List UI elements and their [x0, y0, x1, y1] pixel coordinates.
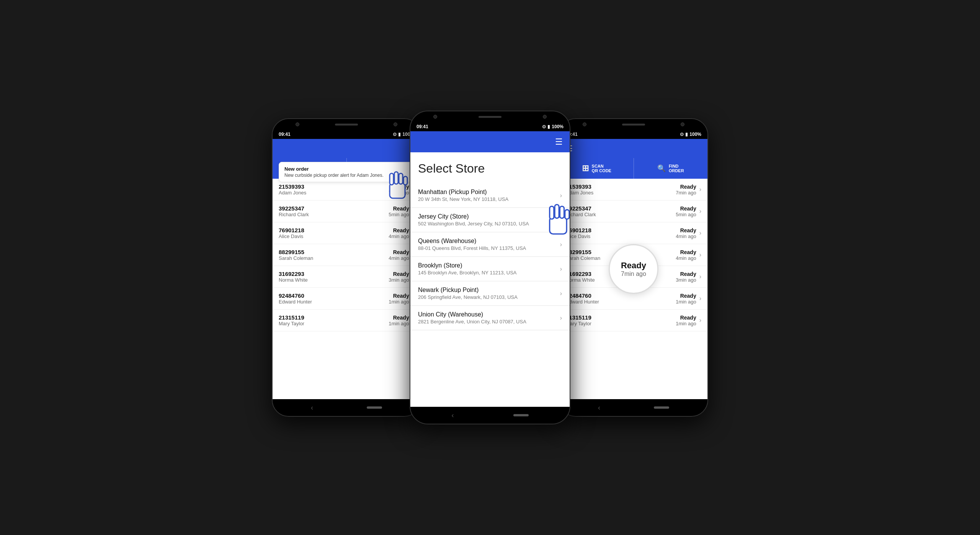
home-indicator-2[interactable]: [513, 414, 529, 416]
notification-banner: New order New curbside pickup order aler…: [279, 162, 414, 182]
order-item[interactable]: 76901218 Alice Davis Ready 4min ago ›: [560, 222, 707, 244]
order-arrow-icon: ›: [699, 317, 701, 324]
order-time: 5min ago: [676, 212, 696, 217]
store-item[interactable]: Newark (Pickup Point) 206 Springfield Av…: [410, 281, 570, 306]
phone-2-wrapper: 09:41 ⊙ ▮ 100% ☰ Select Store Manhattan …: [410, 111, 570, 424]
order-status-section: Ready 4min ago: [389, 227, 409, 239]
order-info: 88299155 Sarah Coleman: [279, 249, 389, 261]
screen-1: New order New curbside pickup order aler…: [273, 139, 420, 399]
camera-left-2: [433, 115, 437, 119]
status-bar-2: 09:41 ⊙ ▮ 100%: [410, 122, 570, 131]
order-info: 92484760 Edward Hunter: [279, 292, 389, 305]
order-arrow-icon: ›: [699, 186, 701, 193]
order-info: 21539393 Adam Jones: [566, 183, 676, 196]
status-right-2: ⊙ ▮ 100%: [542, 124, 564, 129]
order-id: 21539393: [279, 183, 389, 190]
find-order-btn-3[interactable]: 🔍 FIND ORDER: [634, 158, 708, 179]
order-item[interactable]: 21315119 Mary Taylor Ready 1min ago ›: [560, 310, 707, 331]
store-item[interactable]: Queens (Warehouse) 88-01 Queens Blvd, Fo…: [410, 232, 570, 257]
order-status: Ready: [389, 184, 409, 190]
phone-3-top-bar: [560, 119, 707, 130]
store-item-info: Brooklyn (Store) 145 Brooklyn Ave, Brook…: [418, 262, 560, 276]
order-item[interactable]: 88299155 Sarah Coleman Ready 4min ago ›: [273, 244, 420, 266]
order-id: 21539393: [566, 183, 676, 190]
battery-pct-2: 100%: [552, 124, 564, 129]
order-time: 7min ago: [389, 190, 409, 196]
order-item[interactable]: 92484760 Edward Hunter Ready 1min ago ›: [273, 288, 420, 310]
order-arrow-icon: ›: [699, 295, 701, 302]
ready-label: Ready: [621, 261, 646, 271]
order-time: 7min ago: [676, 190, 696, 196]
menu-icon-2[interactable]: ☰: [555, 137, 563, 147]
order-item[interactable]: 39225347 Richard Clark Ready 5min ago ›: [560, 201, 707, 222]
order-id: 39225347: [279, 205, 389, 212]
order-status-section: Ready 5min ago: [676, 206, 696, 217]
order-id: 21315119: [566, 314, 676, 321]
status-bar-3: 09:41 ⊙ ▮ 100%: [560, 130, 707, 139]
find-label-3: FIND: [669, 164, 684, 168]
order-time: 4min ago: [676, 233, 696, 239]
order-name: Adam Jones: [566, 190, 676, 196]
screen-3: ☰ ⊞ SCAN QR CODE 🔍 FIND: [560, 139, 707, 399]
phone-1: 09:41 ⊙ ▮ 100% New order New curbside pi…: [272, 118, 421, 417]
scan-qr-btn-3[interactable]: ⊞ SCAN QR CODE: [560, 158, 634, 179]
order-time: 3min ago: [676, 277, 696, 283]
home-indicator-1[interactable]: [367, 406, 382, 409]
order-name: Richard Clark: [566, 212, 676, 217]
order-time: 5min ago: [389, 212, 409, 217]
store-item[interactable]: Jersey City (Store) 502 Washington Blvd,…: [410, 208, 570, 232]
store-item[interactable]: Brooklyn (Store) 145 Brooklyn Ave, Brook…: [410, 257, 570, 281]
back-btn-1[interactable]: ‹: [311, 404, 313, 412]
order-item[interactable]: 76901218 Alice Davis Ready 4min ago ›: [273, 222, 420, 244]
order-status-section: Ready 1min ago: [389, 293, 409, 305]
order-time: 1min ago: [676, 299, 696, 305]
store-item[interactable]: Union City (Warehouse) 2821 Bergenline A…: [410, 306, 570, 330]
action-buttons-3: ⊞ SCAN QR CODE 🔍 FIND ORDER: [560, 158, 707, 179]
order-item[interactable]: 21539393 Adam Jones Ready 7min ago ›: [560, 179, 707, 201]
phone-1-wrapper: 09:41 ⊙ ▮ 100% New order New curbside pi…: [272, 118, 421, 417]
store-item-info: Manhattan (Pickup Point) 20 W 34th St, N…: [418, 189, 560, 202]
speaker-3: [622, 124, 645, 126]
order-info: 76901218 Alice Davis: [566, 227, 676, 239]
order-item[interactable]: 31692293 Norma White Ready 3min ago ›: [273, 266, 420, 288]
camera-left: [296, 122, 299, 126]
battery-icon-2: ▮: [547, 124, 550, 129]
store-arrow-icon: ›: [560, 290, 562, 297]
order-item[interactable]: 21315119 Mary Taylor Ready 1min ago ›: [273, 310, 420, 331]
order-name: Alice Davis: [566, 233, 676, 239]
order-id: 39225347: [566, 205, 676, 212]
order-status: Ready: [676, 184, 696, 190]
order-item[interactable]: 39225347 Richard Clark Ready 5min ago ›: [273, 201, 420, 222]
ready-time: 7min ago: [621, 271, 646, 277]
order-status-section: Ready 3min ago: [389, 271, 409, 283]
order-status: Ready: [676, 271, 696, 277]
order-name: Adam Jones: [279, 190, 389, 196]
order-info: 92484760 Edward Hunter: [566, 292, 676, 305]
order-status: Ready: [389, 315, 409, 321]
camera-right: [394, 122, 397, 126]
order-info: 21539393 Adam Jones: [279, 183, 389, 196]
notif-title: New order: [284, 166, 408, 172]
status-bar-1: 09:41 ⊙ ▮ 100%: [273, 130, 420, 139]
order-time: 3min ago: [389, 277, 409, 283]
back-btn-3[interactable]: ‹: [598, 404, 600, 412]
order-id: 76901218: [566, 227, 676, 233]
camera-left-3: [583, 122, 586, 126]
store-item[interactable]: Manhattan (Pickup Point) 20 W 34th St, N…: [410, 183, 570, 208]
phone-bottom-3: ‹: [560, 399, 707, 416]
home-indicator-3[interactable]: [654, 406, 669, 409]
order-status: Ready: [389, 249, 409, 255]
order-time: 1min ago: [389, 299, 409, 305]
phone-bottom-2: ‹: [410, 407, 570, 424]
store-arrow-icon: ›: [560, 217, 562, 223]
order-status: Ready: [389, 293, 409, 299]
order-status: Ready: [676, 293, 696, 299]
order-status-section: Ready 4min ago: [676, 249, 696, 261]
order-status: Ready: [676, 315, 696, 321]
store-name: Jersey City (Store): [418, 213, 560, 220]
location-icon-3: ⊙: [680, 132, 684, 137]
screen-2: ☰ Select Store Manhattan (Pickup Point) …: [410, 131, 570, 407]
back-btn-2[interactable]: ‹: [452, 411, 454, 419]
order-status: Ready: [389, 206, 409, 212]
store-name: Queens (Warehouse): [418, 238, 560, 245]
